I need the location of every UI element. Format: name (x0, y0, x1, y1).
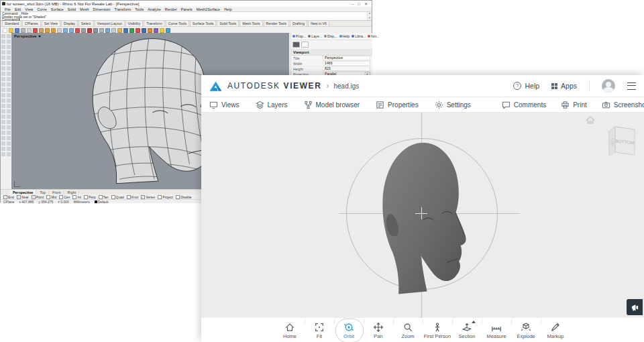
rhino-toolbar-icon[interactable] (105, 28, 110, 33)
command-prompt[interactable]: Command: (2, 18, 18, 21)
osnap-checkbox[interactable]: Vertex (141, 195, 155, 199)
rhino-toolbar-icon[interactable] (3, 28, 7, 33)
osnap-checkbox[interactable]: Cen (59, 195, 70, 199)
viewport-tab[interactable]: Right (65, 190, 80, 194)
home-view-icon[interactable] (585, 115, 596, 125)
menu-item[interactable]: Solid (66, 7, 78, 11)
menu-item[interactable]: Help (222, 7, 233, 11)
osnap-checkbox[interactable]: End (3, 195, 14, 199)
tool-explode[interactable]: Explode (511, 321, 541, 339)
rhino-toolbar-icon[interactable] (81, 28, 86, 33)
rhino-toolbar-icon[interactable] (51, 28, 56, 33)
command-scrollbar[interactable]: ▲▼ (367, 12, 372, 20)
tool-orbit[interactable]: Orbit (334, 321, 364, 339)
rhino-toolbar-icon[interactable] (69, 28, 74, 33)
status-item[interactable]: y 354.275 (38, 200, 53, 204)
tool-pan[interactable]: Pan (364, 321, 393, 339)
osnap-checkbox[interactable]: Knot (127, 195, 138, 199)
rhino-toolbar-icon[interactable] (75, 28, 80, 33)
osnap-checkbox[interactable]: Perp (84, 195, 96, 199)
rhino-toolbar-icon[interactable] (136, 28, 140, 33)
tool-measure[interactable]: Measure (482, 321, 511, 339)
checkbox[interactable] (72, 195, 76, 199)
status-item[interactable]: x 407.885 (19, 200, 34, 204)
viewport-tab[interactable]: Perspective (10, 190, 36, 194)
checkbox[interactable] (141, 195, 145, 199)
panel-tab[interactable]: Not... (368, 34, 379, 38)
menu-item[interactable]: Curve (35, 7, 49, 11)
rhino-toolbar-icon[interactable] (15, 28, 19, 33)
viewport-tab[interactable]: Front (50, 190, 64, 194)
menu-item[interactable]: Transform (113, 7, 133, 11)
rhino-toolbar-icon[interactable] (33, 28, 38, 33)
feedback-button[interactable] (627, 299, 643, 315)
views-button[interactable]: Views (209, 101, 239, 109)
settings-button[interactable]: Settings (435, 101, 471, 109)
properties-button[interactable]: Properties (376, 101, 419, 109)
tool-fit[interactable]: Fit (305, 321, 334, 339)
checkbox[interactable] (99, 195, 103, 199)
menu-item[interactable]: Surface (49, 7, 66, 11)
status-item[interactable]: Millimeters (74, 200, 90, 204)
status-item[interactable]: Default (95, 200, 109, 204)
rhino-toolbar-icon[interactable] (117, 28, 122, 33)
menu-item[interactable]: Mesh (78, 7, 91, 11)
menu-item[interactable]: Dimension (91, 7, 113, 11)
panel-tab[interactable]: Disp... (324, 34, 337, 38)
panel-tab[interactable]: Laye... (308, 34, 322, 38)
rhino-toolbar-icon[interactable] (63, 28, 68, 33)
tool-home[interactable]: Home (275, 321, 305, 339)
checkbox[interactable] (127, 195, 131, 199)
menu-item[interactable]: Render (163, 7, 179, 11)
rhino-toolbar-icon[interactable] (87, 28, 92, 33)
rhino-toolbar-icon[interactable] (21, 28, 25, 33)
user-avatar[interactable] (602, 79, 615, 93)
rhino-toolbar-icon[interactable] (154, 28, 158, 33)
help-button[interactable]: Help (513, 82, 539, 90)
layers-button[interactable]: Layers (256, 101, 288, 109)
panel-tab[interactable]: Help (339, 34, 350, 38)
viewer-3d-canvas[interactable]: LEFT BOTTOM (201, 113, 644, 318)
menu-item[interactable]: Tools (133, 7, 146, 11)
menu-item[interactable]: Panels (179, 7, 195, 11)
menu-item[interactable]: File (3, 7, 13, 11)
screenshot-button[interactable]: Screenshot (602, 101, 644, 109)
rhino-command-area[interactable]: Command: _HideDisplay mode set to "Shade… (1, 11, 372, 21)
material-properties-icon[interactable] (301, 42, 309, 48)
object-properties-icon[interactable] (292, 42, 300, 48)
rhino-toolbar-icon[interactable] (142, 28, 146, 33)
tool-first-person[interactable]: First Person (423, 321, 452, 339)
rhino-toolbar-icon[interactable] (123, 28, 128, 33)
osnap-checkbox[interactable]: Point (32, 195, 44, 199)
rhino-toolbar-icon[interactable] (27, 28, 32, 33)
hamburger-menu-icon[interactable] (627, 82, 636, 90)
tool-section[interactable]: Section (452, 321, 482, 339)
viewport-tab[interactable]: Top (37, 190, 49, 194)
panel-tab[interactable]: Libra... (352, 34, 366, 38)
osnap-checkbox[interactable]: Quad (111, 195, 124, 199)
menu-item[interactable]: View (23, 7, 35, 11)
rhino-toolbar-icon[interactable] (39, 28, 44, 33)
rhino-toolbar-icon[interactable] (99, 28, 104, 33)
apps-button[interactable]: Apps (551, 82, 577, 90)
rhino-left-toolbar[interactable] (1, 33, 12, 189)
minimize-icon[interactable]: – (352, 2, 354, 6)
rhino-toolbar-icon[interactable] (129, 28, 134, 33)
rendered-head-model[interactable] (358, 139, 478, 299)
checkbox[interactable] (3, 195, 7, 199)
comments-button[interactable]: Comments (502, 101, 546, 109)
checkbox[interactable] (32, 195, 36, 199)
print-button[interactable]: Print (561, 101, 587, 109)
rhino-toolbar-icon[interactable] (148, 28, 152, 33)
close-icon[interactable]: ✕ (364, 2, 368, 6)
osnap-checkbox[interactable]: Int (72, 195, 81, 199)
rhino-toolbar-icon[interactable] (45, 28, 50, 33)
maximize-icon[interactable]: □ (358, 2, 360, 6)
rhino-toolbar-icon[interactable] (57, 28, 62, 33)
checkbox[interactable] (158, 195, 162, 199)
osnap-checkbox[interactable]: Disable (176, 195, 192, 199)
model-browser-button[interactable]: Model browser (304, 101, 360, 109)
checkbox[interactable] (84, 195, 88, 199)
checkbox[interactable] (17, 195, 21, 199)
osnap-checkbox[interactable]: Near (17, 195, 29, 199)
